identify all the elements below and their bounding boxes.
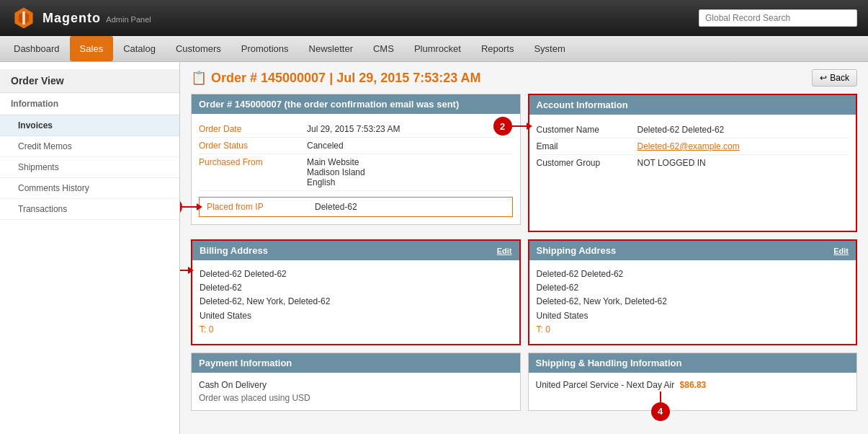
svg-rect-2 — [22, 12, 25, 25]
purchased-from-value: Main WebsiteMadison IslandEnglish — [307, 157, 365, 187]
sidebar-title: Order View — [0, 69, 179, 93]
shipping-address-body: Deleted-62 Deleted-62 Deleted-62 Deleted… — [529, 260, 856, 344]
purchased-from-row: Purchased From Main WebsiteMadison Islan… — [199, 154, 513, 191]
order-date-value: Jul 29, 2015 7:53:23 AM — [307, 124, 400, 134]
customer-group-label: Customer Group — [537, 158, 637, 168]
payment-info-panel: Payment Information Cash On Delivery Ord… — [191, 353, 521, 411]
shipping-handling-header: Shipping & Handling Information — [529, 353, 857, 373]
back-icon: ↩ — [820, 73, 827, 83]
billing-address-body: Deleted-62 Deleted-62 Deleted-62 Deleted… — [192, 260, 519, 344]
header: Magento Admin Panel — [0, 0, 868, 36]
logo: Magento Admin Panel — [11, 5, 151, 31]
payment-info-body: Cash On Delivery Order was placed using … — [192, 373, 520, 410]
nav-sales[interactable]: Sales — [70, 36, 114, 61]
customer-name-label: Customer Name — [537, 125, 637, 135]
email-label: Email — [537, 141, 637, 151]
annotation-2-wrapper: 2 — [493, 117, 532, 136]
logo-text: Magento — [42, 11, 101, 25]
order-status-value: Canceled — [307, 141, 344, 151]
payment-shipping-panels: Payment Information Cash On Delivery Ord… — [191, 353, 857, 411]
annotation-3-arrowhead — [188, 267, 194, 274]
billing-phone: T: 0 — [200, 324, 213, 335]
account-info-panel: 2 Account Information Customer Name Dele… — [528, 94, 858, 232]
annotation-1-wrapper: 1 — [180, 198, 202, 216]
sidebar-item-invoices[interactable]: Invoices — [0, 115, 179, 136]
nav-cms[interactable]: CMS — [363, 36, 404, 61]
annotation-2-arrowhead — [527, 123, 532, 130]
shipping-amount: $86.83 — [680, 380, 707, 390]
payment-currency: Order was placed using USD — [199, 393, 513, 403]
content-wrapper: Order View Information Invoices Credit M… — [0, 62, 868, 434]
sidebar-item-transactions[interactable]: Transactions — [0, 199, 179, 220]
annotation-2-arrow — [512, 125, 527, 127]
page-title: Order # 145000007 | Jul 29, 2015 7:53:23… — [211, 71, 481, 86]
customer-group-row: Customer Group NOT LOGGED IN — [537, 155, 849, 171]
nav-catalog[interactable]: Catalog — [113, 36, 166, 61]
main-content: 📋 Order # 145000007 | Jul 29, 2015 7:53:… — [180, 62, 868, 434]
back-button[interactable]: ↩ Back — [812, 69, 857, 87]
logo-subtext: Admin Panel — [106, 15, 151, 24]
sidebar-item-credit-memos[interactable]: Credit Memos — [0, 136, 179, 157]
sidebar-item-comments-history[interactable]: Comments History — [0, 178, 179, 199]
sidebar: Order View Information Invoices Credit M… — [0, 62, 180, 434]
account-info-header: Account Information — [529, 95, 856, 115]
order-date-label: Order Date — [199, 124, 307, 134]
ip-label: Placed from IP — [207, 202, 315, 212]
annotation-1-arrowhead — [197, 203, 202, 211]
order-info-section: Order # 145000007 (the order confirmatio… — [191, 94, 521, 225]
ip-row: 1 Placed from IP Deleted-62 — [199, 197, 513, 217]
billing-edit-link[interactable]: Edit — [497, 247, 512, 255]
shipping-address-text: Deleted-62 Deleted-62 Deleted-62 Deleted… — [537, 267, 849, 337]
billing-address-text: Deleted-62 Deleted-62 Deleted-62 Deleted… — [200, 267, 512, 337]
account-info-body: Customer Name Deleted-62 Deleted-62 Emai… — [529, 115, 856, 178]
customer-group-value: NOT LOGGED IN — [637, 158, 706, 168]
annotation-3-arrow — [180, 270, 188, 271]
nav-newsletter[interactable]: Newsletter — [299, 36, 363, 61]
nav-reports[interactable]: Reports — [471, 36, 524, 61]
order-info-header: Order # 145000007 (the order confirmatio… — [192, 94, 520, 114]
shipping-address-header: Shipping Address Edit — [529, 241, 856, 260]
order-icon: 📋 — [191, 70, 207, 86]
order-info-body: Order Date Jul 29, 2015 7:53:23 AM Order… — [192, 114, 520, 224]
nav-system[interactable]: System — [524, 36, 575, 61]
order-status-label: Order Status — [199, 141, 307, 151]
annotation-2: 2 — [493, 117, 512, 136]
order-status-row: Order Status Canceled — [199, 138, 513, 154]
billing-address-panel: Billing Address Edit Deleted-62 Deleted-… — [191, 239, 521, 345]
nav-plumrocket[interactable]: Plumrocket — [404, 36, 471, 61]
shipping-edit-link[interactable]: Edit — [833, 247, 849, 255]
order-date-row: Order Date Jul 29, 2015 7:53:23 AM — [199, 121, 513, 138]
annotation-3-wrapper: 3 — [180, 261, 194, 280]
annotation-4: 4 — [651, 402, 670, 421]
customer-name-row: Customer Name Deleted-62 Deleted-62 — [537, 122, 849, 138]
payment-method: Cash On Delivery — [199, 380, 513, 390]
shipping-phone: T: 0 — [537, 324, 550, 335]
shipping-method: United Parcel Service - Next Day Air — [536, 380, 675, 390]
email-value[interactable]: Deleted-62@example.com — [637, 141, 740, 151]
customer-name-value: Deleted-62 Deleted-62 — [637, 125, 725, 135]
shipping-handling-panel: 4 Shipping & Handling Information United… — [528, 353, 858, 411]
nav-customers[interactable]: Customers — [166, 36, 231, 61]
global-search[interactable] — [699, 9, 857, 27]
page-title-bar: 📋 Order # 145000007 | Jul 29, 2015 7:53:… — [191, 69, 857, 87]
sidebar-item-shipments[interactable]: Shipments — [0, 157, 179, 178]
shipping-handling-body: United Parcel Service - Next Day Air $86… — [529, 373, 857, 397]
purchased-from-label: Purchased From — [199, 157, 307, 187]
billing-address-header: Billing Address Edit — [192, 241, 519, 260]
ip-value: Deleted-62 — [315, 202, 357, 212]
sidebar-section-information: Information — [0, 93, 179, 115]
annotation-4-line — [660, 391, 661, 402]
nav-dashboard[interactable]: Dashboard — [4, 36, 70, 61]
nav-promotions[interactable]: Promotions — [231, 36, 299, 61]
magento-logo-icon — [11, 5, 37, 31]
main-nav: Dashboard Sales Catalog Customers Promot… — [0, 36, 868, 62]
shipping-address-panel: Shipping Address Edit Deleted-62 Deleted… — [528, 239, 858, 345]
address-panels: 3 Billing Address Edit Deleted-62 Delete… — [191, 239, 857, 345]
payment-info-header: Payment Information — [192, 353, 520, 373]
annotation-4-wrapper: 4 — [651, 391, 670, 421]
annotation-1-arrow — [182, 206, 197, 208]
email-row: Email Deleted-62@example.com — [537, 138, 849, 155]
search-input[interactable] — [699, 9, 857, 27]
